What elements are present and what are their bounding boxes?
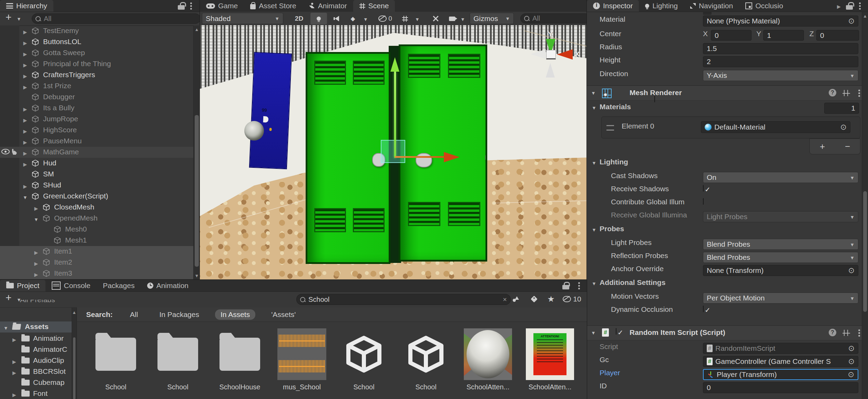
- expand-arrow[interactable]: [22, 182, 29, 190]
- asset-tile-folder[interactable]: School: [86, 325, 145, 397]
- expand-arrow[interactable]: [33, 259, 40, 267]
- inspector-tab-occlusio[interactable]: Occlusio: [739, 0, 789, 12]
- expand-arrow[interactable]: [3, 323, 8, 331]
- tree-item-font[interactable]: Font: [0, 388, 72, 399]
- object-picker-icon[interactable]: ⊙: [848, 266, 855, 275]
- inspector-tab-lighting[interactable]: Lighting: [639, 0, 684, 12]
- dynamic-occlusion-checkbox[interactable]: [703, 306, 704, 312]
- cast-shadows-dropdown[interactable]: On: [703, 172, 858, 183]
- hierarchy-item-highscore[interactable]: HighScore: [0, 125, 194, 136]
- probes-header[interactable]: Probes: [587, 225, 861, 237]
- expand-arrow[interactable]: [12, 368, 16, 376]
- scene-orientation-gizmo[interactable]: Y X: [530, 31, 582, 83]
- hierarchy-item-mesh0[interactable]: Mesh0: [0, 224, 194, 235]
- filter-option-in-packages[interactable]: In Packages: [154, 309, 205, 320]
- contribute-gi-checkbox[interactable]: [703, 198, 704, 205]
- axis-center-cube[interactable]: [546, 50, 556, 60]
- physic-material-field[interactable]: None (Physic Material)⊙: [703, 16, 858, 27]
- project-tab-animation[interactable]: Animation: [141, 280, 195, 291]
- scene-tab-asset-store[interactable]: Asset Store: [244, 0, 303, 12]
- inspector-tab-navigation[interactable]: Navigation: [684, 0, 739, 12]
- expand-arrow[interactable]: [12, 357, 16, 365]
- grid-visibility-toggle[interactable]: [398, 13, 411, 24]
- expand-arrow[interactable]: [33, 204, 40, 212]
- component-foldout-arrow[interactable]: [591, 90, 596, 96]
- center-y-field[interactable]: 1: [763, 30, 804, 41]
- tree-item-assets[interactable]: Assets: [0, 321, 72, 332]
- project-tab-packages[interactable]: Packages: [96, 280, 141, 291]
- create-dropdown-caret[interactable]: [17, 16, 21, 22]
- receive-shadows-checkbox[interactable]: [703, 185, 704, 192]
- presets-icon[interactable]: [843, 90, 850, 96]
- filter-option-all[interactable]: All: [124, 309, 143, 320]
- expand-arrow[interactable]: [22, 149, 29, 157]
- clear-search-icon[interactable]: ×: [503, 296, 507, 304]
- hierarchy-item-buttonslol[interactable]: ButtonsLOL: [0, 37, 194, 48]
- inspector-tab-inspector[interactable]: Inspector: [587, 0, 639, 12]
- radius-field[interactable]: 1.5: [703, 43, 858, 54]
- expand-arrow[interactable]: [22, 193, 29, 201]
- expand-arrow[interactable]: [22, 126, 29, 135]
- move-gizmo-plane-handle[interactable]: [381, 140, 405, 163]
- expand-arrow[interactable]: [22, 60, 29, 69]
- kebab-menu-icon[interactable]: [578, 281, 580, 290]
- object-picker-icon[interactable]: ⊙: [848, 370, 854, 379]
- scene-audio-toggle[interactable]: [330, 13, 344, 24]
- hierarchy-item-openedmesh[interactable]: OpenedMesh: [0, 213, 194, 224]
- create-object-button[interactable]: [6, 14, 12, 22]
- expand-arrow[interactable]: [22, 104, 29, 113]
- tree-item-animatior[interactable]: Animatior: [0, 333, 72, 344]
- direction-dropdown[interactable]: Y-Axis: [703, 70, 858, 81]
- axis-x-cone[interactable]: [557, 49, 573, 60]
- hierarchy-item-mathgame[interactable]: MathGame: [0, 147, 194, 158]
- grid-dropdown-caret[interactable]: [415, 16, 420, 22]
- center-x-field[interactable]: 0: [711, 30, 752, 41]
- hierarchy-search-input[interactable]: [32, 13, 201, 24]
- hierarchy-item-testenemy[interactable]: TestEnemy: [0, 25, 194, 37]
- reflection-probes-dropdown[interactable]: Blend Probes: [703, 252, 858, 263]
- expand-arrow[interactable]: [22, 49, 29, 58]
- move-gizmo-y-arrowhead[interactable]: [390, 57, 399, 72]
- asset-tile-folder[interactable]: SchoolHouse: [210, 325, 269, 397]
- hierarchy-item-shud[interactable]: SHud: [0, 180, 194, 191]
- expand-arrow[interactable]: [22, 71, 29, 80]
- scene-search-input[interactable]: [520, 13, 591, 23]
- presets-icon[interactable]: [843, 330, 850, 336]
- move-gizmo-y-axis[interactable]: [394, 72, 396, 158]
- 2d-toggle-button[interactable]: 2D: [292, 13, 307, 24]
- height-field[interactable]: 2: [703, 56, 858, 67]
- hierarchy-item-item3[interactable]: Item3: [0, 268, 194, 279]
- expand-arrow[interactable]: [22, 82, 29, 91]
- unlock-icon[interactable]: [846, 2, 853, 10]
- hierarchy-item-item2[interactable]: Item2: [0, 257, 194, 268]
- kebab-menu-icon[interactable]: [859, 1, 861, 10]
- eye-icon[interactable]: [1, 148, 10, 156]
- hierarchy-item-sm[interactable]: SM: [0, 169, 194, 180]
- scene-viewport[interactable]: 99 Y: [200, 25, 587, 280]
- hidden-objects-toggle[interactable]: 0: [374, 13, 396, 24]
- kebab-menu-icon[interactable]: [858, 89, 860, 98]
- asset-tile-unity[interactable]: School: [396, 325, 456, 397]
- favorites-star-button[interactable]: ★: [544, 294, 558, 305]
- mesh-renderer-header[interactable]: Mesh Renderer ?: [587, 85, 868, 101]
- expand-arrow[interactable]: [33, 270, 40, 278]
- pick-icon[interactable]: [10, 148, 19, 156]
- lighting-header[interactable]: Lighting: [587, 158, 861, 170]
- expand-arrow[interactable]: [22, 160, 29, 168]
- random-item-script-header[interactable]: # Random Item Script (Script) ?: [587, 325, 868, 340]
- search-by-label-button[interactable]: [527, 294, 542, 305]
- help-icon[interactable]: ?: [829, 329, 836, 336]
- hierarchy-item-debugger[interactable]: Debugger: [0, 92, 194, 103]
- shading-mode-dropdown[interactable]: Shaded: [202, 13, 283, 24]
- asset-tile-unity[interactable]: School: [334, 325, 394, 397]
- expand-arrow[interactable]: [12, 390, 16, 398]
- tree-item-bbcrslot[interactable]: BBCRSlot: [0, 366, 72, 377]
- scene-lighting-toggle[interactable]: [310, 13, 327, 24]
- hierarchy-item-1st-prize[interactable]: 1st Prize: [0, 81, 194, 92]
- gizmos-dropdown[interactable]: Gizmos: [470, 13, 514, 24]
- filter-option-in-assets[interactable]: In Assets: [215, 309, 255, 320]
- expand-arrow[interactable]: [33, 215, 40, 223]
- hierarchy-item-its-a-bully[interactable]: Its a Bully: [0, 103, 194, 114]
- expand-arrow[interactable]: [12, 335, 16, 343]
- materials-foldout-arrow[interactable]: [592, 105, 596, 111]
